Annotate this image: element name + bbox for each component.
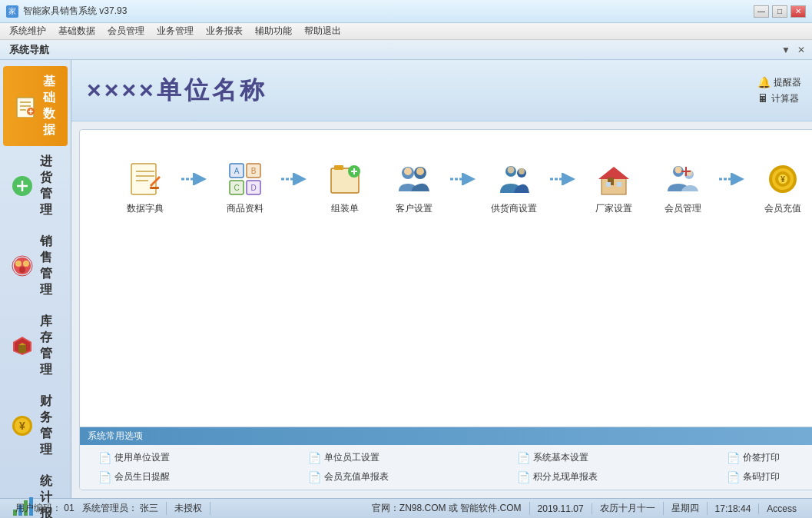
shortcut-employee-setup[interactable]: 📄 单位员工设置 xyxy=(305,450,515,466)
purchase-icon xyxy=(11,174,34,198)
menu-report[interactable]: 业务报表 xyxy=(200,23,249,39)
shortcut-icon-1: 📄 xyxy=(98,452,111,464)
menu-auxiliary[interactable]: 辅助功能 xyxy=(249,23,298,39)
bottom-shortcuts: 📄 使用单位设置 📄 单位员工设置 📄 系统基本设置 📄 价签打印 xyxy=(80,445,812,490)
sidebar-item-basic-data[interactable]: 基础数据 xyxy=(3,66,68,146)
product-info-label: 商品资料 xyxy=(227,202,263,215)
minimize-button[interactable]: — xyxy=(754,5,769,18)
shortcut-recharge-report[interactable]: 📄 会员充值单报表 xyxy=(305,469,515,485)
supplier-label: 供货商设置 xyxy=(491,202,537,215)
close-button[interactable]: ✕ xyxy=(790,5,806,18)
sidebar-item-sales[interactable]: 销售管理 xyxy=(0,226,71,306)
shortcut-unit-setup[interactable]: 📄 使用单位设置 xyxy=(95,450,305,466)
assembly-icon xyxy=(325,159,365,199)
icon-product-info[interactable]: A B C D 商品资料 xyxy=(210,159,280,215)
product-info-icon: A B C D xyxy=(225,159,265,199)
svg-rect-52 xyxy=(334,165,343,170)
sidebar-item-inventory[interactable]: 库存管理 xyxy=(0,306,71,386)
svg-point-62 xyxy=(508,166,515,173)
status-date: 2019.11.07 xyxy=(530,503,592,514)
title-bar: 家 智能家具销售系统 v37.93 — □ ✕ xyxy=(0,0,812,23)
menu-business[interactable]: 业务管理 xyxy=(151,23,200,39)
icon-customer[interactable]: 客户设置 xyxy=(379,159,449,215)
shortcut-icon-2: 📄 xyxy=(308,452,321,464)
toolbar-close[interactable]: ✕ xyxy=(795,44,807,56)
svg-rect-40 xyxy=(150,187,159,189)
bottom-section: 系统常用选项 📄 使用单位设置 📄 单位员工设置 📄 系统基本设置 xyxy=(80,427,812,490)
shortcut-system-setup[interactable]: 📄 系统基本设置 xyxy=(514,450,724,466)
shortcut-icon-3: 📄 xyxy=(517,452,530,464)
svg-marker-67 xyxy=(598,167,629,179)
data-dictionary-icon xyxy=(125,159,165,199)
menu-system[interactable]: 系统维护 xyxy=(3,23,52,39)
shortcut-barcode-print[interactable]: 📄 条码打印 xyxy=(724,469,813,485)
shortcut-icon-6: 📄 xyxy=(308,471,321,483)
svg-point-57 xyxy=(404,168,412,175)
bottom-title-bar: 系统常用选项 xyxy=(80,427,812,445)
status-auth: 未授权 xyxy=(167,502,210,515)
sidebar-label-sales: 销售管理 xyxy=(40,234,60,298)
action-calculator[interactable]: 🖩 计算器 xyxy=(757,92,810,105)
status-time: 17:18:44 xyxy=(708,503,760,514)
member-recharge-icon: ¥ xyxy=(763,159,803,199)
arrow-4 xyxy=(549,171,579,187)
header-top: ××××单位名称 🔔 提醒器 🏢 单位名称 🔒 锁屏 🖩 计算器 xyxy=(71,60,812,121)
svg-point-12 xyxy=(15,261,22,267)
svg-point-64 xyxy=(519,168,525,174)
shortcut-icon-5: 📄 xyxy=(98,471,111,483)
manufacturer-label: 厂家设置 xyxy=(595,202,632,215)
main-container: 基础数据 进货管理 销售管理 xyxy=(0,60,812,498)
manufacturer-icon xyxy=(594,159,634,199)
svg-rect-69 xyxy=(617,182,621,187)
icon-member-mgmt[interactable]: 会员管理 xyxy=(648,159,718,215)
member-mgmt-label: 会员管理 xyxy=(665,202,701,215)
basic-data-icon xyxy=(14,94,37,118)
shortcut-icon-4: 📄 xyxy=(727,452,740,464)
status-access: Access xyxy=(759,503,804,514)
svg-point-72 xyxy=(675,166,682,173)
toolbar: 系统导航 ▼ ✕ xyxy=(0,40,812,60)
action-reminder[interactable]: 🔔 提醒器 xyxy=(757,76,810,89)
svg-point-13 xyxy=(23,261,29,267)
icon-row-3: 会员管理 xyxy=(648,145,812,229)
icon-row-1: 数据字典 xyxy=(111,145,379,229)
icon-grid: 数据字典 xyxy=(80,130,812,427)
icon-supplier[interactable]: 供货商设置 xyxy=(479,159,549,215)
sidebar: 基础数据 进货管理 销售管理 xyxy=(0,60,71,498)
arrow-3 xyxy=(449,171,479,187)
shortcut-points-report[interactable]: 📄 积分兑现单报表 xyxy=(514,469,724,485)
shortcut-icon-7: 📄 xyxy=(517,471,530,483)
maximize-button[interactable]: □ xyxy=(772,5,787,18)
calculator-icon: 🖩 xyxy=(757,92,768,105)
shortcut-birthday-reminder[interactable]: 📄 会员生日提醒 xyxy=(95,469,305,485)
status-bar: 用户编码： 01 系统管理员： 张三 未授权 官网：ZN98.COM 或 智能软… xyxy=(0,498,812,518)
title-text: 智能家具销售系统 v37.93 xyxy=(23,5,127,18)
menu-basic-data[interactable]: 基础数据 xyxy=(52,23,101,39)
icon-member-recharge[interactable]: ¥ 会员充值 xyxy=(748,159,812,215)
icon-assembly[interactable]: 组装单 xyxy=(310,159,379,215)
svg-text:¥: ¥ xyxy=(19,420,25,432)
shortcut-price-tag[interactable]: 📄 价签打印 xyxy=(724,450,813,466)
member-mgmt-icon xyxy=(663,159,703,199)
sidebar-item-finance[interactable]: ¥ 财务管理 xyxy=(0,386,71,466)
customer-icon xyxy=(394,159,434,199)
icon-data-dictionary[interactable]: 数据字典 xyxy=(111,159,180,215)
menu-bar: 系统维护 基础数据 会员管理 业务管理 业务报表 辅助功能 帮助退出 xyxy=(0,23,812,40)
finance-icon: ¥ xyxy=(11,413,34,438)
company-title: ××××单位名称 xyxy=(87,74,267,108)
arrow-1 xyxy=(180,171,210,187)
menu-member[interactable]: 会员管理 xyxy=(101,23,151,39)
icon-manufacturer[interactable]: 厂家设置 xyxy=(579,159,648,215)
header-section: ××××单位名称 🔔 提醒器 🏢 单位名称 🔒 锁屏 🖩 计算器 xyxy=(71,60,812,498)
toolbar-title: 系统导航 xyxy=(5,43,54,57)
svg-point-14 xyxy=(19,267,25,273)
shortcut-icon-8: 📄 xyxy=(727,471,740,483)
menu-help-exit[interactable]: 帮助退出 xyxy=(298,23,347,39)
svg-point-59 xyxy=(416,168,424,175)
inventory-icon xyxy=(11,334,34,358)
toolbar-arrow-down[interactable]: ▼ xyxy=(780,44,792,56)
sidebar-item-purchase[interactable]: 进货管理 xyxy=(0,146,71,226)
svg-text:C: C xyxy=(234,184,239,192)
member-recharge-label: 会员充值 xyxy=(764,202,801,215)
status-lunar: 农历十月十一 xyxy=(592,502,664,515)
